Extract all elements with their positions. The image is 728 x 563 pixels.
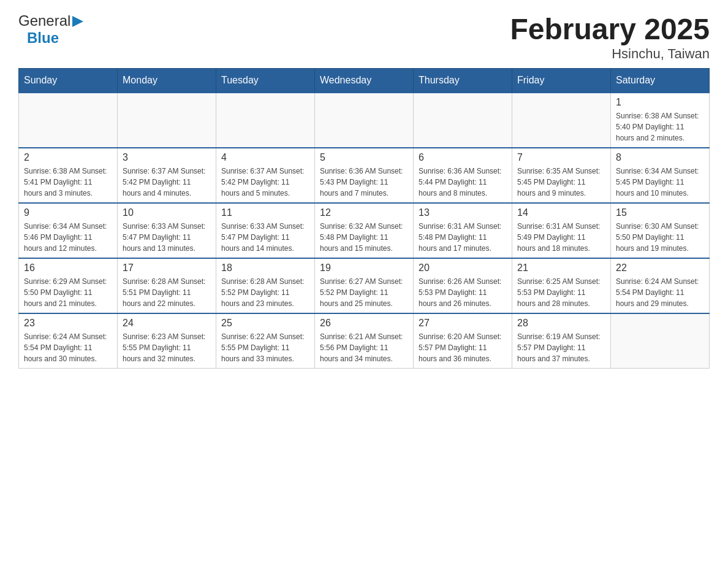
day-number: 7 [517,152,605,163]
day-number: 19 [320,262,408,274]
calendar-cell: 22Sunrise: 6:24 AM Sunset: 5:54 PM Dayli… [611,258,710,313]
calendar-cell: 6Sunrise: 6:36 AM Sunset: 5:44 PM Daylig… [414,148,512,203]
day-info: Sunrise: 6:28 AM Sunset: 5:51 PM Dayligh… [123,276,211,309]
day-number: 23 [24,318,112,329]
day-info: Sunrise: 6:35 AM Sunset: 5:45 PM Dayligh… [517,166,605,199]
calendar-cell: 3Sunrise: 6:37 AM Sunset: 5:42 PM Daylig… [118,148,216,203]
day-number: 2 [24,152,112,163]
calendar-cell [512,93,611,148]
calendar-cell: 12Sunrise: 6:32 AM Sunset: 5:48 PM Dayli… [315,203,414,258]
day-number: 17 [123,262,211,274]
calendar-table: Sunday Monday Tuesday Wednesday Thursday… [18,68,710,369]
week-row-4: 16Sunrise: 6:29 AM Sunset: 5:50 PM Dayli… [19,258,710,313]
day-number: 6 [419,152,507,163]
header-tuesday: Tuesday [216,69,315,93]
day-number: 5 [320,152,408,163]
calendar-cell [118,93,216,148]
calendar-cell: 5Sunrise: 6:36 AM Sunset: 5:43 PM Daylig… [315,148,414,203]
calendar-cell: 18Sunrise: 6:28 AM Sunset: 5:52 PM Dayli… [216,258,315,313]
calendar-cell: 9Sunrise: 6:34 AM Sunset: 5:46 PM Daylig… [19,203,118,258]
calendar-cell: 21Sunrise: 6:25 AM Sunset: 5:53 PM Dayli… [512,258,611,313]
week-row-3: 9Sunrise: 6:34 AM Sunset: 5:46 PM Daylig… [19,203,710,258]
calendar-cell: 7Sunrise: 6:35 AM Sunset: 5:45 PM Daylig… [512,148,611,203]
day-info: Sunrise: 6:20 AM Sunset: 5:57 PM Dayligh… [419,331,507,364]
calendar-cell: 20Sunrise: 6:26 AM Sunset: 5:53 PM Dayli… [414,258,512,313]
day-info: Sunrise: 6:33 AM Sunset: 5:47 PM Dayligh… [221,221,309,254]
day-number: 4 [221,152,309,163]
day-info: Sunrise: 6:34 AM Sunset: 5:45 PM Dayligh… [616,166,704,199]
day-number: 10 [123,207,211,218]
day-number: 27 [419,318,507,329]
logo: General Blue [18,12,83,47]
calendar-cell: 16Sunrise: 6:29 AM Sunset: 5:50 PM Dayli… [19,258,118,313]
calendar-cell: 17Sunrise: 6:28 AM Sunset: 5:51 PM Dayli… [118,258,216,313]
day-info: Sunrise: 6:38 AM Sunset: 5:40 PM Dayligh… [616,110,704,144]
day-number: 11 [221,207,309,218]
page-title: February 2025 [510,12,710,46]
day-info: Sunrise: 6:21 AM Sunset: 5:56 PM Dayligh… [320,331,408,364]
page-header: General Blue February 2025 Hsinchu, Taiw… [18,12,710,62]
day-info: Sunrise: 6:28 AM Sunset: 5:52 PM Dayligh… [221,276,309,309]
day-number: 21 [517,262,605,274]
calendar-cell: 19Sunrise: 6:27 AM Sunset: 5:52 PM Dayli… [315,258,414,313]
calendar-cell [216,93,315,148]
day-number: 1 [616,97,704,108]
day-info: Sunrise: 6:32 AM Sunset: 5:48 PM Dayligh… [320,221,408,254]
day-info: Sunrise: 6:38 AM Sunset: 5:41 PM Dayligh… [24,166,112,199]
day-number: 24 [123,318,211,329]
day-info: Sunrise: 6:23 AM Sunset: 5:55 PM Dayligh… [123,331,211,364]
logo-general-text: General [18,12,70,29]
day-info: Sunrise: 6:24 AM Sunset: 5:54 PM Dayligh… [616,276,704,309]
calendar-cell: 4Sunrise: 6:37 AM Sunset: 5:42 PM Daylig… [216,148,315,203]
day-info: Sunrise: 6:33 AM Sunset: 5:47 PM Dayligh… [123,221,211,254]
calendar-cell: 15Sunrise: 6:30 AM Sunset: 5:50 PM Dayli… [611,203,710,258]
title-block: February 2025 Hsinchu, Taiwan [510,12,710,62]
day-number: 14 [517,207,605,218]
day-number: 25 [221,318,309,329]
day-number: 22 [616,262,704,274]
day-number: 15 [616,207,704,218]
calendar-cell: 24Sunrise: 6:23 AM Sunset: 5:55 PM Dayli… [118,313,216,369]
day-number: 18 [221,262,309,274]
logo-arrow-icon [72,16,83,27]
calendar-cell: 1Sunrise: 6:38 AM Sunset: 5:40 PM Daylig… [611,93,710,148]
day-number: 8 [616,152,704,163]
day-info: Sunrise: 6:22 AM Sunset: 5:55 PM Dayligh… [221,331,309,364]
header-thursday: Thursday [414,69,512,93]
calendar-cell [414,93,512,148]
calendar-cell: 28Sunrise: 6:19 AM Sunset: 5:57 PM Dayli… [512,313,611,369]
day-info: Sunrise: 6:27 AM Sunset: 5:52 PM Dayligh… [320,276,408,309]
day-info: Sunrise: 6:30 AM Sunset: 5:50 PM Dayligh… [616,221,704,254]
calendar-cell: 14Sunrise: 6:31 AM Sunset: 5:49 PM Dayli… [512,203,611,258]
logo-blue-text: Blue [27,29,59,47]
day-info: Sunrise: 6:24 AM Sunset: 5:54 PM Dayligh… [24,331,112,364]
day-info: Sunrise: 6:26 AM Sunset: 5:53 PM Dayligh… [419,276,507,309]
day-number: 9 [24,207,112,218]
header-friday: Friday [512,69,611,93]
calendar-cell: 2Sunrise: 6:38 AM Sunset: 5:41 PM Daylig… [19,148,118,203]
header-saturday: Saturday [611,69,710,93]
day-number: 16 [24,262,112,274]
day-number: 20 [419,262,507,274]
day-info: Sunrise: 6:25 AM Sunset: 5:53 PM Dayligh… [517,276,605,309]
calendar-cell: 13Sunrise: 6:31 AM Sunset: 5:48 PM Dayli… [414,203,512,258]
week-row-1: 1Sunrise: 6:38 AM Sunset: 5:40 PM Daylig… [19,93,710,148]
day-number: 28 [517,318,605,329]
day-info: Sunrise: 6:31 AM Sunset: 5:48 PM Dayligh… [419,221,507,254]
day-info: Sunrise: 6:34 AM Sunset: 5:46 PM Dayligh… [24,221,112,254]
calendar-cell: 27Sunrise: 6:20 AM Sunset: 5:57 PM Dayli… [414,313,512,369]
week-row-2: 2Sunrise: 6:38 AM Sunset: 5:41 PM Daylig… [19,148,710,203]
day-info: Sunrise: 6:36 AM Sunset: 5:44 PM Dayligh… [419,166,507,199]
day-info: Sunrise: 6:29 AM Sunset: 5:50 PM Dayligh… [24,276,112,309]
calendar-cell: 26Sunrise: 6:21 AM Sunset: 5:56 PM Dayli… [315,313,414,369]
header-sunday: Sunday [19,69,118,93]
calendar-cell: 23Sunrise: 6:24 AM Sunset: 5:54 PM Dayli… [19,313,118,369]
day-number: 26 [320,318,408,329]
calendar-cell: 11Sunrise: 6:33 AM Sunset: 5:47 PM Dayli… [216,203,315,258]
day-info: Sunrise: 6:36 AM Sunset: 5:43 PM Dayligh… [320,166,408,199]
day-number: 13 [419,207,507,218]
day-number: 12 [320,207,408,218]
day-info: Sunrise: 6:31 AM Sunset: 5:49 PM Dayligh… [517,221,605,254]
weekday-header-row: Sunday Monday Tuesday Wednesday Thursday… [19,69,710,93]
calendar-cell [611,313,710,369]
